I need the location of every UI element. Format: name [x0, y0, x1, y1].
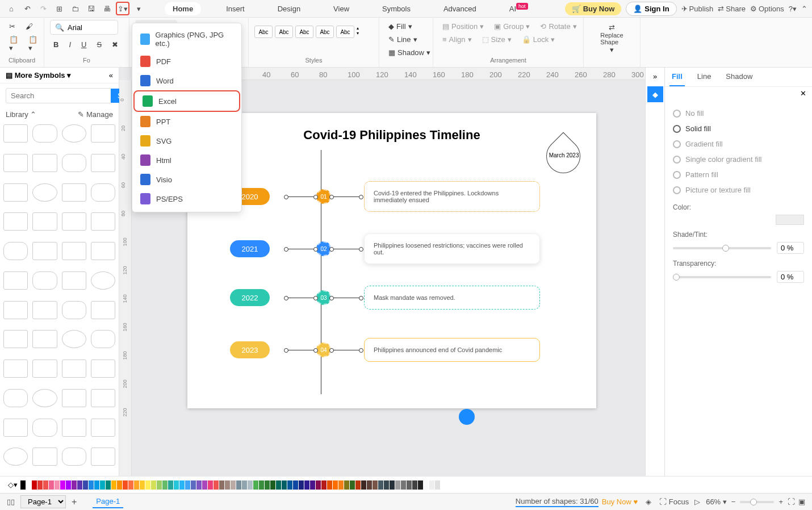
publish-button[interactable]: ✈ Publish: [681, 5, 714, 13]
options-button[interactable]: ⚙ Options: [750, 5, 784, 13]
tab-home[interactable]: Home: [165, 2, 201, 15]
timeline-row[interactable]: 2023 04 Philippines announced end of Cov…: [230, 338, 540, 362]
color-swatch[interactable]: [350, 480, 355, 490]
shape-stencil[interactable]: [91, 389, 115, 407]
position-dropdown[interactable]: ▤ Position▾: [439, 20, 487, 33]
color-swatch[interactable]: [299, 480, 304, 490]
style-swatch[interactable]: Abc: [336, 26, 354, 38]
sign-in-button[interactable]: 👤 Sign In: [626, 2, 676, 16]
color-swatch[interactable]: [225, 480, 230, 490]
format-tab-shadow[interactable]: Shadow: [723, 68, 755, 86]
export-button[interactable]: ⇪▾: [116, 2, 129, 15]
color-swatch[interactable]: [123, 480, 128, 490]
color-swatch[interactable]: [128, 480, 133, 490]
color-swatch[interactable]: [321, 480, 327, 490]
style-swatches[interactable]: AbcAbcAbcAbcAbc▴▾: [254, 20, 373, 38]
rotate-dropdown[interactable]: ⟲ Rotate▾: [537, 20, 580, 33]
color-swatch[interactable]: [429, 480, 434, 490]
shape-stencil[interactable]: [32, 448, 57, 466]
tab-advanced[interactable]: Advanced: [436, 2, 484, 15]
timeline-row[interactable]: 2021 02 Philippines loosened restriction…: [230, 233, 540, 264]
shape-stencil[interactable]: [32, 389, 57, 407]
color-swatch[interactable]: [372, 480, 378, 490]
color-bar[interactable]: ◇▾: [0, 476, 812, 493]
shape-stencil[interactable]: [91, 301, 115, 319]
color-swatch[interactable]: [270, 480, 275, 490]
shape-stencil[interactable]: [3, 242, 28, 260]
timeline-description[interactable]: Mask mandate was removed.: [364, 286, 540, 310]
style-swatch[interactable]: Abc: [275, 26, 293, 38]
color-swatch[interactable]: [100, 480, 105, 490]
shape-stencil[interactable]: [32, 271, 57, 290]
redo-icon[interactable]: ↷: [36, 2, 50, 15]
fill-option[interactable]: No fill: [673, 106, 804, 121]
color-swatch[interactable]: [111, 480, 116, 490]
color-swatch[interactable]: [60, 480, 65, 490]
color-swatch[interactable]: [236, 480, 241, 490]
shape-stencil[interactable]: [91, 242, 115, 260]
bold-icon[interactable]: B: [50, 38, 62, 51]
shape-stencil[interactable]: [62, 448, 86, 466]
shape-stencil[interactable]: [91, 124, 115, 143]
color-swatch[interactable]: [49, 480, 54, 490]
timeline-description[interactable]: Covid-19 entered the Philippines. Lockdo…: [364, 181, 540, 212]
color-swatch[interactable]: [293, 480, 298, 490]
new-icon[interactable]: ⊞: [52, 2, 66, 15]
shape-stencil[interactable]: [32, 183, 57, 202]
shape-stencil[interactable]: [91, 448, 115, 466]
shape-stencil[interactable]: [91, 183, 115, 202]
shape-stencil[interactable]: [62, 154, 86, 172]
layers-icon[interactable]: ◈: [646, 498, 651, 506]
color-swatch[interactable]: [83, 480, 88, 490]
nofill-swatch[interactable]: ◇▾: [8, 480, 18, 489]
fill-option[interactable]: Single color gradient fill: [673, 152, 804, 167]
color-swatch[interactable]: [145, 480, 150, 490]
color-swatch[interactable]: [242, 480, 247, 490]
shape-stencil[interactable]: [32, 330, 57, 348]
help-icon[interactable]: ?▾: [789, 5, 797, 13]
color-swatch[interactable]: [26, 480, 31, 490]
shape-stencil[interactable]: [62, 359, 86, 378]
undo-icon[interactable]: ↶: [20, 2, 34, 15]
italic-icon[interactable]: I: [65, 38, 74, 51]
shape-stencil[interactable]: [3, 212, 28, 231]
color-swatch[interactable]: [248, 480, 253, 490]
shape-stencil[interactable]: [32, 419, 57, 437]
year-pill[interactable]: 2023: [230, 341, 270, 358]
color-swatch[interactable]: [287, 480, 292, 490]
shape-stencil[interactable]: [32, 359, 57, 378]
shape-stencil[interactable]: [62, 212, 86, 231]
color-swatch[interactable]: [265, 480, 270, 490]
symbol-search-input[interactable]: [6, 88, 111, 103]
export-item-pdf[interactable]: PDF: [132, 52, 241, 71]
canvas-page[interactable]: Covid-19 Philippines Timeline March 2023…: [187, 113, 596, 408]
color-swatch[interactable]: [412, 480, 417, 490]
shape-stencil[interactable]: [32, 301, 57, 319]
shape-stencil[interactable]: [3, 448, 28, 466]
transparency-slider[interactable]: [673, 276, 771, 278]
shape-stencil[interactable]: [62, 271, 86, 290]
clear-format-icon[interactable]: ✖: [108, 38, 122, 51]
color-swatch[interactable]: [355, 480, 361, 490]
fill-dropdown[interactable]: ◆ Fill ▾: [385, 20, 427, 33]
shape-stencil[interactable]: [3, 419, 28, 437]
shape-stencil[interactable]: [3, 154, 28, 172]
color-swatch[interactable]: [179, 480, 185, 490]
shape-stencil[interactable]: [62, 419, 86, 437]
color-swatch[interactable]: [259, 480, 264, 490]
color-swatch[interactable]: [378, 480, 383, 490]
chat-fab-icon[interactable]: [459, 409, 475, 425]
tab-symbols[interactable]: Symbols: [374, 2, 418, 15]
print-icon[interactable]: 🖶: [100, 2, 114, 15]
cut-icon[interactable]: ✂: [6, 20, 19, 33]
tab-insert[interactable]: Insert: [218, 2, 253, 15]
color-swatch[interactable]: [776, 215, 804, 225]
color-swatch[interactable]: [106, 480, 111, 490]
shadow-dropdown[interactable]: ▦ Shadow ▾: [385, 46, 427, 59]
color-swatch[interactable]: [151, 480, 156, 490]
color-swatch[interactable]: [276, 480, 281, 490]
shade-value[interactable]: 0 %: [777, 242, 804, 254]
color-swatch[interactable]: [327, 480, 332, 490]
export-item-html[interactable]: Html: [132, 151, 241, 170]
export-item-ppt[interactable]: PPT: [132, 112, 241, 131]
